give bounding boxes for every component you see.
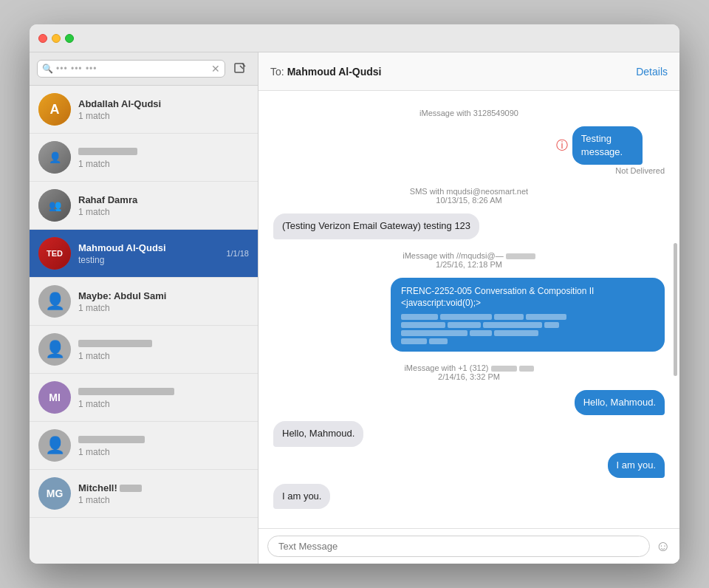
message-group-label: SMS with mqudsi@neosmart.net10/13/15, 8:…	[273, 187, 665, 205]
conv-info: Maybe: Abdul Sami 1 match	[78, 290, 249, 313]
main-content: 🔍 ✕ A	[30, 52, 679, 564]
search-icon: 🔍	[42, 64, 53, 74]
error-icon: ⓘ	[556, 138, 568, 154]
chat-input-bar: ☺	[258, 528, 679, 564]
search-input[interactable]	[56, 64, 208, 74]
conversation-item[interactable]: 👤 Maybe: Abdul Sami 1 match	[30, 278, 258, 326]
avatar: 👤	[38, 429, 71, 462]
conv-sub: 1 match	[78, 447, 249, 457]
chat-messages-wrap: iMessage with 3128549090 ⓘ Testing messa…	[258, 91, 679, 528]
conversation-item-mahmoud[interactable]: TED Mahmoud Al-Qudsi testing 1/1/18	[30, 230, 258, 278]
minimize-button[interactable]	[52, 34, 61, 43]
conversation-item[interactable]: A Abdallah Al-Qudsi 1 match	[30, 86, 258, 134]
chat-header: To: Mahmoud Al-Qudsi Details	[258, 52, 679, 91]
message-bubble: Hello, Mahmoud.	[575, 390, 665, 415]
conv-sub: 1 match	[78, 207, 249, 217]
message-bubble: I am you.	[273, 484, 330, 509]
conversation-item[interactable]: MI 1 match	[30, 374, 258, 422]
conv-sub: 1 match	[78, 399, 249, 409]
avatar: 👤	[38, 285, 71, 318]
message-bubble: (Testing Verizon Email Gateway) testing …	[273, 213, 479, 239]
conv-name: Rahaf Damra	[78, 194, 249, 205]
avatar: MI	[38, 381, 71, 414]
conv-name	[78, 338, 249, 349]
conv-name: Mitchell!	[78, 482, 249, 493]
chat-area: To: Mahmoud Al-Qudsi Details iMessage wi…	[258, 52, 679, 564]
message-wrap: (Testing Verizon Email Gateway) testing …	[273, 213, 665, 239]
search-input-wrap[interactable]: 🔍 ✕	[37, 60, 225, 78]
message-wrap: ⓘ Testing message. Not Delivered	[273, 126, 665, 175]
conversation-item[interactable]: 👤 1 match	[30, 326, 258, 374]
message-bubble: Testing message.	[572, 126, 643, 165]
traffic-lights	[38, 34, 74, 43]
message-input[interactable]	[267, 536, 650, 557]
scrollbar[interactable]	[672, 91, 678, 528]
chat-messages: iMessage with 3128549090 ⓘ Testing messa…	[258, 91, 679, 521]
message-wrap: I am you.	[273, 453, 665, 478]
avatar: TED	[38, 237, 71, 270]
conversation-item[interactable]: 👤 1 match	[30, 422, 258, 470]
message-wrap: FRENC-2252-005 Conversation & Compositio…	[273, 278, 665, 352]
messages-window: 🔍 ✕ A	[30, 24, 679, 564]
message-group-label: iMessage with 3128549090	[273, 109, 665, 117]
conv-sub: 1 match	[78, 159, 249, 169]
conv-info: Abdallah Al-Qudsi 1 match	[78, 98, 249, 121]
conv-info: 1 match	[78, 386, 249, 409]
conv-info: 1 match	[78, 434, 249, 457]
conv-sub: 1 match	[78, 111, 249, 121]
conv-info: 1 match	[78, 338, 249, 361]
search-clear-icon[interactable]: ✕	[211, 63, 220, 75]
conv-name: Abdallah Al-Qudsi	[78, 98, 249, 109]
conv-info: Rahaf Damra 1 match	[78, 194, 249, 217]
conv-name: Maybe: Abdul Sami	[78, 290, 249, 301]
conv-name	[78, 434, 249, 445]
conv-info: Mitchell! 1 match	[78, 482, 249, 505]
message-wrap: Hello, Mahmoud.	[273, 390, 665, 415]
conv-name: Mahmoud Al-Qudsi	[78, 242, 222, 253]
close-button[interactable]	[38, 34, 47, 43]
message-group-label: iMessage with //mqudsi@— 1/25/16, 12:18 …	[273, 251, 665, 269]
message-bubble-large: FRENC-2252-005 Conversation & Compositio…	[391, 278, 665, 352]
conv-info: Mahmoud Al-Qudsi testing	[78, 242, 222, 265]
message-bubble: I am you.	[608, 453, 665, 478]
conversation-list: A Abdallah Al-Qudsi 1 match 👤	[30, 86, 258, 564]
conversation-item[interactable]: 👤 1 match	[30, 134, 258, 182]
chat-recipient-name: Mahmoud Al-Qudsi	[287, 66, 382, 78]
search-bar: 🔍 ✕	[30, 52, 258, 86]
message-group-label: iMessage with +1 (312) 2/14/16, 3:32 PM	[273, 363, 665, 381]
conv-sub: 1 match	[78, 351, 249, 361]
not-delivered-label: Not Delivered	[615, 166, 665, 175]
avatar: MG	[38, 477, 71, 510]
conv-name	[78, 146, 249, 157]
avatar: A	[38, 93, 71, 126]
avatar: 👥	[38, 189, 71, 222]
conv-sub: testing	[78, 255, 222, 265]
compose-button[interactable]	[230, 58, 250, 79]
avatar: 👤	[38, 333, 71, 366]
conv-sub: 1 match	[78, 495, 249, 505]
conv-sub: 1 match	[78, 303, 249, 313]
emoji-button[interactable]: ☺	[656, 538, 671, 555]
conv-name	[78, 386, 249, 397]
message-wrap: Hello, Mahmoud.	[273, 421, 665, 446]
details-button[interactable]: Details	[636, 66, 668, 78]
chat-to-label: To:	[270, 66, 284, 78]
svg-line-2	[240, 66, 243, 69]
conversation-item[interactable]: 👥 Rahaf Damra 1 match	[30, 182, 258, 230]
maximize-button[interactable]	[65, 34, 74, 43]
message-wrap: I am you.	[273, 484, 665, 509]
sidebar: 🔍 ✕ A	[30, 52, 258, 564]
conv-info: 1 match	[78, 146, 249, 169]
titlebar	[30, 24, 679, 52]
conversation-item[interactable]: MG Mitchell! 1 match	[30, 470, 258, 518]
message-bubble: Hello, Mahmoud.	[273, 421, 363, 446]
conv-date: 1/1/18	[226, 249, 249, 258]
avatar: 👤	[38, 141, 71, 174]
